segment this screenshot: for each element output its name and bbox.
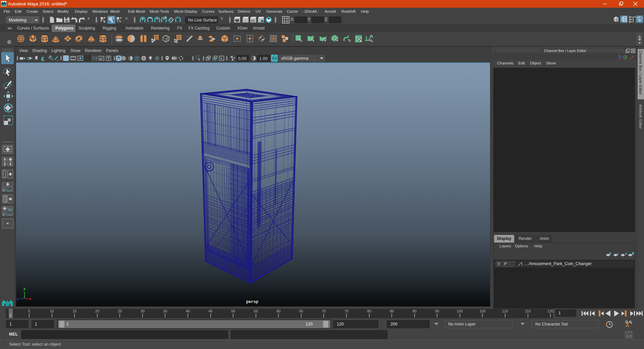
svg-text:x: x xyxy=(29,297,32,301)
svg-text:IPR: IPR xyxy=(251,20,255,22)
svg-text:{;}: {;} xyxy=(626,335,632,338)
svg-text:z: z xyxy=(17,297,19,301)
svg-text:y: y xyxy=(23,287,26,291)
